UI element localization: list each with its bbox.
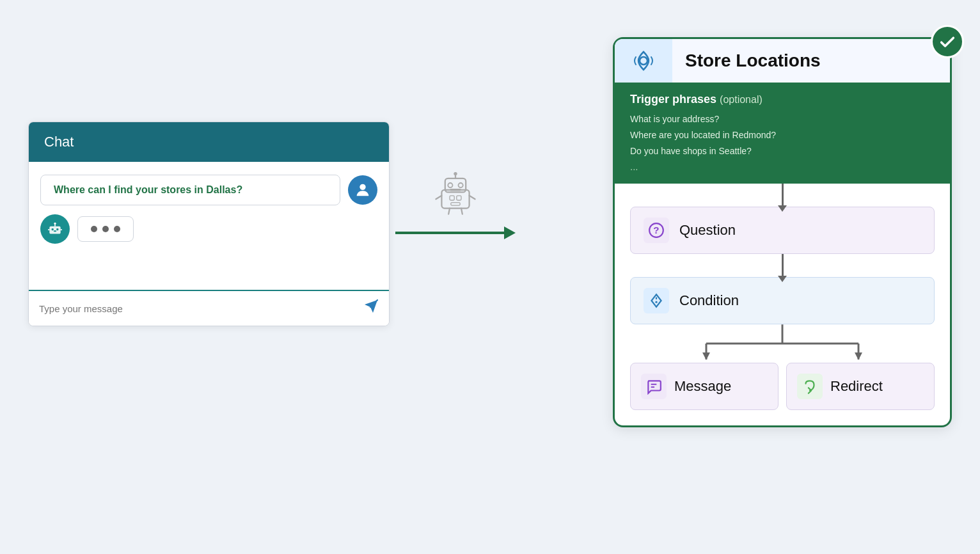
trigger-phrases-section: Trigger phrases (optional) What is your … bbox=[615, 83, 950, 184]
dot-3 bbox=[114, 226, 120, 232]
store-icon bbox=[629, 47, 658, 75]
question-icon-box: ? bbox=[644, 218, 669, 243]
svg-point-25 bbox=[640, 57, 647, 65]
user-icon bbox=[354, 181, 372, 199]
trigger-phrase-2: Where are you located in Redmond? bbox=[630, 127, 935, 143]
svg-marker-34 bbox=[702, 352, 710, 360]
svg-point-6 bbox=[54, 223, 56, 225]
svg-point-14 bbox=[454, 172, 457, 175]
condition-icon bbox=[648, 292, 665, 309]
svg-line-21 bbox=[461, 209, 462, 214]
canvas: Chat Where can I find your stores in Dal… bbox=[0, 0, 980, 554]
robot-icon bbox=[432, 171, 478, 220]
chat-panel: Chat Where can I find your stores in Dal… bbox=[28, 122, 390, 326]
message-icon bbox=[645, 378, 662, 395]
chat-input[interactable] bbox=[39, 303, 363, 314]
message-icon-box bbox=[641, 374, 667, 399]
flow-nodes: ? Question Condition bbox=[615, 184, 950, 410]
trigger-more: ... bbox=[630, 161, 935, 172]
svg-rect-24 bbox=[451, 203, 460, 206]
flow-title: Store Locations bbox=[685, 51, 821, 71]
redirect-label: Redirect bbox=[830, 378, 883, 395]
svg-point-0 bbox=[360, 184, 365, 190]
svg-line-18 bbox=[436, 196, 441, 199]
message-label: Message bbox=[674, 378, 731, 395]
svg-rect-2 bbox=[52, 228, 54, 230]
bot-svg bbox=[47, 221, 63, 237]
branch-lines-svg bbox=[630, 324, 935, 363]
dot-1 bbox=[91, 226, 97, 232]
chat-input-row bbox=[29, 290, 389, 326]
svg-point-29 bbox=[655, 301, 657, 303]
dot-2 bbox=[102, 226, 109, 232]
svg-rect-17 bbox=[450, 189, 461, 191]
connection-arrow bbox=[395, 226, 516, 239]
trigger-phrase-3: Do you have shops in Seattle? bbox=[630, 143, 935, 159]
svg-text:?: ? bbox=[653, 225, 659, 235]
svg-marker-10 bbox=[365, 300, 377, 313]
send-icon[interactable] bbox=[363, 299, 379, 318]
svg-rect-1 bbox=[49, 226, 60, 234]
svg-point-16 bbox=[459, 183, 463, 187]
question-node[interactable]: ? Question bbox=[630, 207, 935, 254]
svg-line-20 bbox=[448, 209, 450, 214]
condition-label: Condition bbox=[679, 292, 739, 309]
svg-rect-4 bbox=[54, 230, 56, 232]
checkmark-badge bbox=[931, 25, 964, 58]
flow-panel: Store Locations Trigger phrases (optiona… bbox=[613, 37, 952, 427]
branch-nodes: Message Redirect bbox=[630, 363, 935, 410]
bot-icon bbox=[40, 214, 70, 244]
chat-header-label: Chat bbox=[44, 134, 74, 150]
svg-line-19 bbox=[470, 196, 475, 199]
svg-rect-22 bbox=[450, 196, 454, 200]
arrow-to-question bbox=[782, 184, 784, 207]
arrow-area bbox=[395, 171, 516, 239]
user-message-row: Where can I find your stores in Dallas? bbox=[40, 175, 377, 205]
bot-typing-row bbox=[40, 214, 377, 244]
chat-header: Chat bbox=[29, 122, 389, 162]
trigger-phrase-1: What is your address? bbox=[630, 111, 935, 127]
question-icon: ? bbox=[648, 222, 665, 239]
trigger-label: Trigger phrases (optional) bbox=[630, 93, 935, 106]
message-node[interactable]: Message bbox=[630, 363, 778, 410]
svg-point-15 bbox=[448, 183, 452, 187]
redirect-node[interactable]: Redirect bbox=[786, 363, 935, 410]
chat-body: Where can I find your stores in Dallas? bbox=[29, 162, 389, 290]
flow-header-card: Store Locations bbox=[615, 39, 950, 83]
redirect-icon bbox=[802, 378, 818, 395]
flow-title-box: Store Locations bbox=[672, 39, 950, 83]
avatar bbox=[348, 175, 377, 205]
chat-typing-indicator bbox=[77, 216, 134, 242]
svg-rect-23 bbox=[457, 196, 461, 200]
svg-rect-3 bbox=[56, 228, 58, 230]
condition-icon-box bbox=[644, 288, 669, 313]
user-message-bubble: Where can I find your stores in Dallas? bbox=[40, 175, 340, 205]
condition-node[interactable]: Condition bbox=[630, 277, 935, 324]
arrow-to-condition bbox=[782, 254, 784, 277]
redirect-icon-box bbox=[797, 374, 823, 399]
svg-marker-35 bbox=[855, 352, 862, 360]
question-label: Question bbox=[679, 222, 736, 239]
flow-icon-box bbox=[615, 39, 672, 83]
